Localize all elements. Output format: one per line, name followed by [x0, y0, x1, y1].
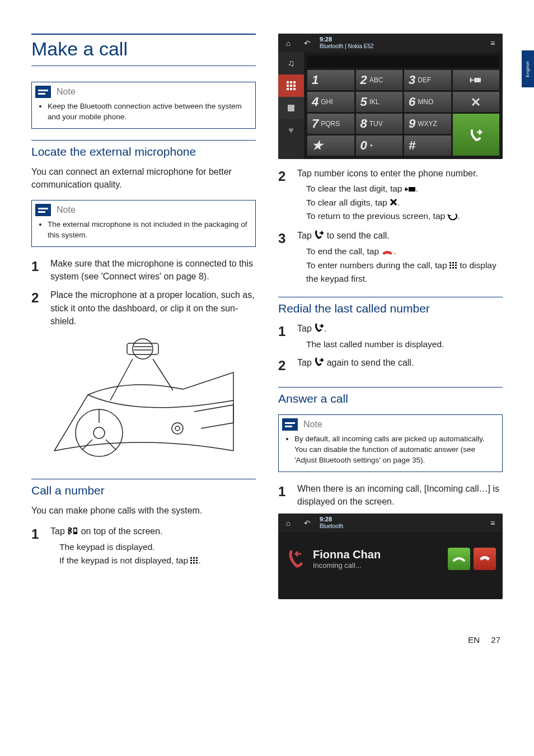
- note-label: Note: [57, 205, 76, 215]
- keypad-key[interactable]: 6MNO: [404, 92, 451, 112]
- contacts-tab-icon[interactable]: [278, 97, 304, 119]
- heading-redial: Redial the last called number: [278, 297, 503, 315]
- footer-lang: EN: [468, 635, 480, 645]
- svg-line-7: [82, 440, 92, 450]
- sub-keypad-displayed: The keypad is displayed.: [59, 540, 155, 553]
- keypad-key[interactable]: 7PQRS: [307, 114, 354, 134]
- svg-rect-39: [455, 265, 457, 267]
- device-keypad-screenshot: ⌂ ↶ 9:28Bluetooth | Nokia E52 ≡ ♫ ♥ 12AB…: [278, 34, 503, 159]
- step-number: 1: [31, 525, 43, 567]
- call-key[interactable]: [453, 114, 500, 156]
- svg-rect-38: [452, 265, 454, 267]
- language-side-tab: English: [522, 50, 534, 87]
- keypad-grid-icon: [449, 259, 457, 272]
- keypad-key[interactable]: 0+: [356, 136, 403, 156]
- svg-rect-33: [409, 187, 415, 192]
- svg-rect-19: [190, 562, 192, 564]
- svg-rect-12: [74, 529, 77, 532]
- keypad-tab-icon[interactable]: [278, 74, 304, 97]
- end-call-icon: [381, 246, 394, 259]
- answer-button[interactable]: [448, 548, 470, 570]
- status-time: 9:28: [320, 36, 480, 43]
- locate-step-2: Place the microphone at a proper locatio…: [50, 288, 256, 328]
- svg-rect-17: [193, 559, 195, 561]
- answer-step-1: When there is an incoming call, [Incomin…: [297, 482, 503, 508]
- number-display: [307, 55, 499, 68]
- note-text: By default, all incoming calls are picke…: [294, 434, 494, 466]
- call-send-icon: [314, 230, 324, 242]
- svg-rect-25: [287, 85, 289, 87]
- device-incoming-call-screenshot: ⌂ ↶ 9:28Bluetooth ≡ Fionna Chan Incoming…: [278, 514, 503, 599]
- svg-rect-18: [196, 559, 198, 561]
- page-title: Make a call: [31, 38, 256, 66]
- heading-locate: Locate the external microphone: [31, 140, 256, 158]
- footer-page: 27: [491, 635, 500, 645]
- svg-rect-23: [290, 81, 292, 83]
- incoming-call-icon: [285, 549, 305, 569]
- keypad-key[interactable]: 2ABC: [356, 70, 403, 90]
- redial-step-1: Tap . The last called number is displaye…: [297, 322, 503, 351]
- heading-answer: Answer a call: [278, 387, 503, 405]
- keypad-key[interactable]: 4GHI: [307, 92, 354, 112]
- svg-line-8: [106, 440, 116, 450]
- note-box-1: Note Keep the Bluetooth connection activ…: [31, 82, 256, 129]
- music-tab-icon[interactable]: ♫: [278, 52, 304, 74]
- svg-rect-26: [290, 85, 292, 87]
- svg-rect-13: [190, 557, 192, 559]
- clear-key[interactable]: [453, 92, 500, 112]
- call-send-icon: [314, 323, 324, 335]
- menu-icon[interactable]: ≡: [486, 36, 499, 50]
- call-step-1: Tap on top of the screen. The keypad is …: [50, 525, 256, 567]
- step-number: 1: [278, 482, 289, 508]
- svg-rect-0: [127, 343, 158, 354]
- svg-rect-40: [449, 267, 451, 269]
- svg-rect-37: [449, 265, 451, 267]
- note-text: The external microphone is not included …: [48, 220, 247, 241]
- bluetooth-phone-icon: [67, 525, 78, 538]
- locate-step-1: Make sure that the microphone is connect…: [50, 257, 256, 283]
- status-time: 9:28: [320, 516, 480, 523]
- svg-point-10: [175, 426, 180, 431]
- svg-rect-29: [290, 88, 292, 90]
- home-icon[interactable]: ⌂: [282, 36, 295, 50]
- backspace-key[interactable]: [453, 70, 500, 90]
- sub-keypad-not-displayed: If the keypad is not displayed, tap .: [59, 554, 201, 568]
- svg-rect-41: [452, 267, 454, 269]
- caller-name: Fionna Chan: [313, 548, 381, 561]
- keypad-key[interactable]: 8TUV: [356, 114, 403, 134]
- svg-rect-14: [193, 557, 195, 559]
- note-label: Note: [57, 87, 76, 97]
- note-icon: [35, 86, 51, 98]
- note-box-3: Note By default, all incoming calls are …: [278, 414, 503, 472]
- note-label: Note: [303, 419, 322, 430]
- svg-rect-16: [190, 559, 192, 561]
- keypad-grid-icon: [190, 554, 198, 567]
- back-icon[interactable]: ↶: [301, 516, 314, 530]
- svg-rect-15: [196, 557, 198, 559]
- home-icon[interactable]: ⌂: [282, 516, 295, 530]
- page-footer: EN 27: [0, 629, 534, 661]
- keypad-key[interactable]: 1: [307, 70, 354, 90]
- call-send-icon: [314, 357, 324, 370]
- keypad-key[interactable]: 5IKL: [356, 92, 403, 112]
- keypad-key[interactable]: 9WXYZ: [404, 114, 451, 134]
- step-number: 1: [278, 322, 289, 351]
- redial-result: The last called number is displayed.: [306, 338, 444, 351]
- return-icon: [447, 211, 457, 223]
- note-box-2: Note The external microphone is not incl…: [31, 200, 256, 247]
- svg-rect-36: [455, 262, 457, 264]
- keypad-key[interactable]: 3DEF: [404, 70, 451, 90]
- decline-button[interactable]: [474, 548, 496, 570]
- back-icon[interactable]: ↶: [301, 36, 314, 50]
- status-text: Bluetooth | Nokia E52: [320, 43, 480, 50]
- status-text: Bluetooth: [320, 523, 480, 530]
- svg-rect-32: [474, 78, 481, 82]
- note-icon: [35, 204, 51, 216]
- keypad-key[interactable]: ★: [307, 136, 354, 156]
- favorites-tab-icon[interactable]: ♥: [278, 119, 304, 142]
- enter-number-step: Tap number icons to enter the phone numb…: [297, 167, 503, 223]
- keypad-key[interactable]: #: [404, 136, 451, 156]
- call-intro: You can make phone calls with the system…: [31, 504, 256, 517]
- menu-icon[interactable]: ≡: [486, 516, 499, 530]
- svg-rect-21: [196, 562, 198, 564]
